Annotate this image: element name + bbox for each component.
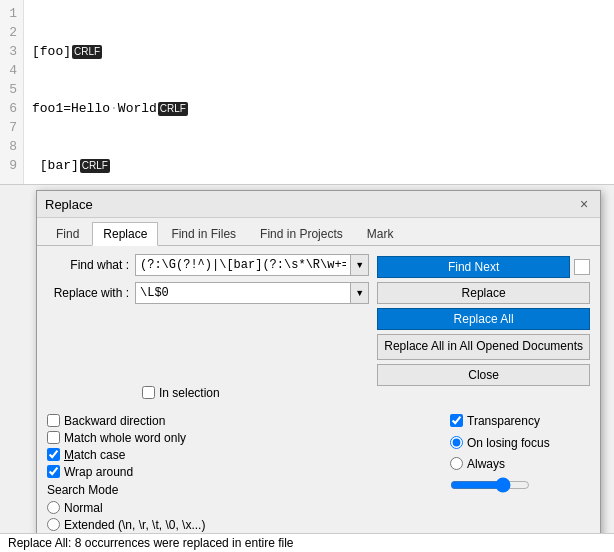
dialog-titlebar: Replace × (37, 191, 600, 218)
find-row: Find what : ▼ (47, 254, 369, 276)
tab-find-in-projects[interactable]: Find in Projects (249, 222, 354, 245)
radio-on-losing-focus: On losing focus (450, 436, 590, 450)
slider-row (450, 478, 590, 492)
code-content: [foo]CRLF foo1=Hello·WorldCRLF [bar]CRLF… (24, 0, 614, 184)
status-bar: Replace All: 8 occurrences were replaced… (0, 533, 614, 552)
wrap-around-checkbox[interactable] (47, 465, 60, 478)
radio-losing-focus-input[interactable] (450, 436, 463, 449)
replace-row: Replace with : ▼ (47, 282, 369, 304)
dialog-title: Replace (45, 197, 93, 212)
replace-button[interactable]: Replace (377, 282, 590, 304)
tab-replace[interactable]: Replace (92, 222, 158, 246)
code-editor: 1 2 3 4 5 6 7 8 9 [foo]CRLF foo1=Hello·W… (0, 0, 614, 185)
lower-section: Backward direction Match whole word only… (37, 414, 600, 552)
search-mode-title: Search Mode (47, 483, 450, 497)
tab-find[interactable]: Find (45, 222, 90, 245)
replace-combo: ▼ (135, 282, 369, 304)
form-area: Find what : ▼ Replace with : ▼ (37, 246, 600, 414)
find-input[interactable] (135, 254, 351, 276)
wrap-around-row: Wrap around (47, 465, 450, 479)
transparency-col: Transparency On losing focus Always (450, 414, 590, 552)
line-numbers: 1 2 3 4 5 6 7 8 9 (0, 0, 24, 184)
tab-find-in-files[interactable]: Find in Files (160, 222, 247, 245)
replace-all-docs-button[interactable]: Replace All in All Opened Documents (377, 334, 590, 360)
whole-word-checkbox[interactable] (47, 431, 60, 444)
match-case-row: Match case (47, 448, 450, 462)
code-line-3: [bar]CRLF (32, 156, 606, 175)
options-col: Backward direction Match whole word only… (47, 414, 450, 552)
radio-always: Always (450, 457, 590, 471)
replace-input[interactable] (135, 282, 351, 304)
radio-extended: Extended (\n, \r, \t, \0, \x...) (47, 518, 450, 532)
find-next-checkbox[interactable] (574, 259, 590, 275)
find-dropdown-arrow[interactable]: ▼ (351, 254, 369, 276)
status-text: Replace All: 8 occurrences were replaced… (8, 536, 293, 550)
backward-checkbox[interactable] (47, 414, 60, 427)
transparency-title: Transparency (450, 414, 590, 428)
whole-word-row: Match whole word only (47, 431, 450, 445)
backward-row: Backward direction (47, 414, 450, 428)
transparency-slider[interactable] (450, 478, 530, 492)
code-line-1: [foo]CRLF (32, 42, 606, 61)
replace-dialog: Replace × Find Replace Find in Files Fin… (36, 190, 601, 552)
replace-all-button[interactable]: Replace All (377, 308, 590, 330)
radio-always-input[interactable] (450, 457, 463, 470)
code-line-2: foo1=Hello·WorldCRLF (32, 99, 606, 118)
action-buttons: Find Next Replace Replace All Replace Al… (369, 254, 590, 386)
find-label: Find what : (47, 258, 135, 272)
close-button[interactable]: Close (377, 364, 590, 386)
in-selection-row: In selection (47, 386, 590, 400)
radio-extended-input[interactable] (47, 518, 60, 531)
replace-label: Replace with : (47, 286, 135, 300)
radio-normal: Normal (47, 501, 450, 515)
dialog-close-button[interactable]: × (576, 196, 592, 212)
in-selection-checkbox[interactable] (142, 386, 155, 399)
tab-bar: Find Replace Find in Files Find in Proje… (37, 218, 600, 246)
find-combo: ▼ (135, 254, 369, 276)
find-next-button[interactable]: Find Next (377, 256, 570, 278)
replace-dropdown-arrow[interactable]: ▼ (351, 282, 369, 304)
radio-normal-input[interactable] (47, 501, 60, 514)
transparency-checkbox[interactable] (450, 414, 463, 427)
tab-mark[interactable]: Mark (356, 222, 405, 245)
in-selection-label[interactable]: In selection (142, 386, 220, 400)
match-case-checkbox[interactable] (47, 448, 60, 461)
